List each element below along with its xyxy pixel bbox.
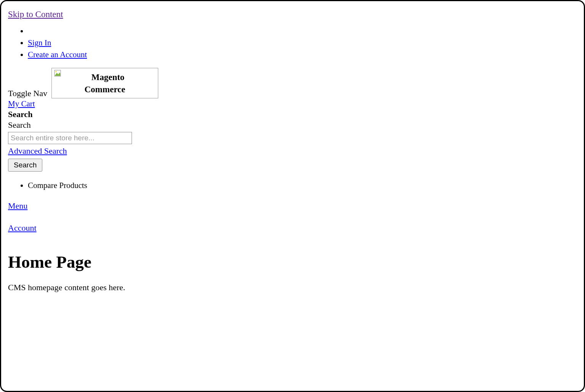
search-heading: Search [8,109,577,119]
svg-point-2 [55,71,57,72]
create-account-link[interactable]: Create an Account [28,50,87,59]
my-cart-link[interactable]: My Cart [8,99,35,109]
cms-content-text: CMS homepage content goes here. [8,283,577,292]
skip-to-content-link[interactable]: Skip to Content [8,10,63,19]
menu-link[interactable]: Menu [8,201,577,211]
logo-text-line1: Magento [92,71,125,84]
header-link-item: Create an Account [28,50,577,59]
toggle-nav-text: Toggle Nav [8,88,47,98]
logo-box[interactable]: Magento Commerce [51,68,158,98]
page-title: Home Page [8,252,577,272]
search-label: Search [8,120,577,130]
sign-in-link[interactable]: Sign In [28,38,51,47]
header-link-empty [28,26,577,36]
nav-row: Toggle Nav Magento Commerce [8,68,577,98]
svg-marker-1 [55,72,60,76]
compare-products-item: Compare Products [28,181,577,190]
compare-list: Compare Products [8,181,577,190]
logo-text-line2: Commerce [85,84,125,96]
account-link[interactable]: Account [8,223,577,233]
header-links-list: Sign In Create an Account [8,26,577,59]
advanced-search-link[interactable]: Advanced Search [8,146,67,156]
header-link-item: Sign In [28,38,577,48]
broken-image-icon [54,70,61,79]
search-input[interactable] [8,132,132,144]
window-frame: Skip to Content Sign In Create an Accoun… [0,0,585,392]
search-button[interactable]: Search [8,159,42,172]
